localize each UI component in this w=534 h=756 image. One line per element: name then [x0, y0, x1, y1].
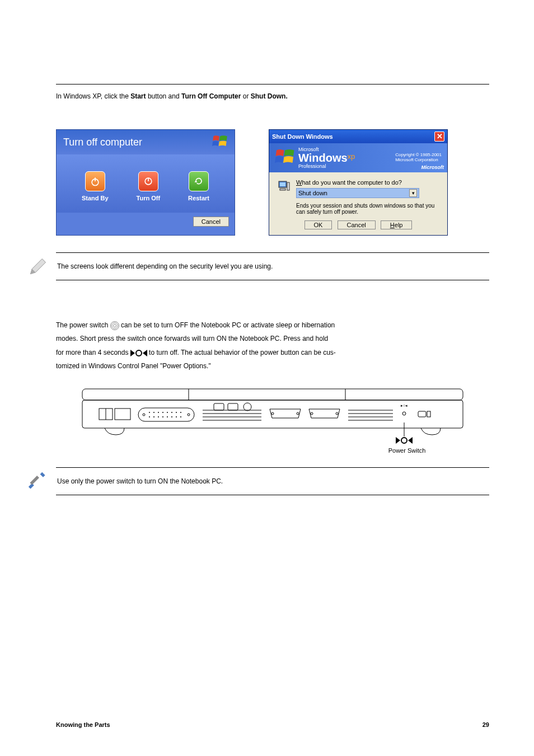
power-switch-label: Power Switch [325, 447, 489, 454]
restart-label: Restart [188, 195, 209, 201]
svg-marker-10 [130, 350, 135, 356]
svg-point-25 [158, 412, 159, 413]
chevron-down-icon[interactable]: ▾ [409, 189, 417, 197]
svg-point-30 [180, 412, 181, 413]
dialog1-title: Turn off computer [63, 137, 142, 148]
standby-button[interactable]: Stand By [82, 171, 109, 201]
svg-point-47 [297, 412, 299, 415]
turnoff-button[interactable]: Turn Off [137, 171, 161, 201]
svg-rect-44 [228, 403, 238, 410]
svg-point-26 [162, 412, 163, 413]
shutdown-bold: Shut Down. [251, 92, 288, 100]
svg-point-21 [143, 414, 145, 416]
restart-button[interactable]: Restart [188, 171, 209, 201]
close-icon[interactable]: ✕ [434, 132, 444, 142]
svg-point-29 [176, 412, 177, 413]
svg-point-33 [158, 416, 159, 417]
power-symbol-icon [110, 321, 119, 330]
screwdriver-icon [28, 471, 48, 491]
start-bold: Start [130, 92, 146, 100]
turnoff-bold: Turn Off Computer [181, 92, 241, 100]
slider-symbol-icon [130, 350, 147, 356]
svg-rect-6 [287, 182, 289, 190]
svg-marker-61 [408, 437, 413, 444]
or-text: or [243, 92, 249, 100]
svg-point-35 [167, 416, 168, 417]
note-text: The screens look different depending on … [57, 262, 273, 270]
restart-icon [193, 176, 204, 187]
svg-point-31 [149, 416, 150, 417]
microsoft-logo: Microsoft [421, 165, 444, 170]
svg-rect-20 [138, 408, 194, 421]
s2-line2: modes. Short press the switch once forwa… [56, 333, 489, 344]
svg-point-38 [180, 416, 181, 417]
s2-line4: tomized in Windows Control Panel "Power … [56, 360, 489, 372]
svg-rect-43 [214, 403, 224, 410]
svg-rect-5 [280, 182, 285, 186]
turnoff-label: Turn Off [137, 195, 161, 201]
svg-point-11 [136, 350, 142, 356]
question-text: hat do you want the computer to do? [302, 179, 402, 186]
copyright-2: Microsoft Corporation [395, 158, 442, 163]
svg-point-9 [113, 324, 116, 327]
svg-rect-19 [115, 408, 130, 420]
svg-marker-59 [396, 437, 400, 444]
turn-off-computer-dialog: Turn off computer Stand By [56, 129, 235, 236]
svg-point-34 [162, 416, 163, 417]
s2-line3b: to turn off. The actual behavior of the … [149, 349, 336, 356]
laptop-rear-diagram: ▸○◂ [77, 383, 469, 445]
turnoff-icon [143, 176, 154, 187]
svg-point-28 [171, 412, 172, 413]
svg-point-27 [167, 412, 168, 413]
pen-icon [28, 256, 48, 276]
pro-label: Professional [298, 163, 355, 169]
svg-rect-56 [418, 411, 426, 417]
intro-text-1: In Windows XP, click the [56, 92, 129, 100]
shut-down-windows-dialog: Shut Down Windows ✕ Microsoft Windowsxp … [269, 129, 448, 236]
s2-line1a: The power switch [56, 321, 108, 329]
xp-label: xp [348, 152, 355, 161]
svg-point-23 [149, 412, 150, 413]
cancel-button-1[interactable]: Cancel [193, 217, 229, 227]
svg-text:▸○◂: ▸○◂ [401, 403, 407, 407]
action-select[interactable]: Shut down ▾ [296, 188, 419, 198]
svg-point-60 [401, 438, 407, 443]
svg-point-36 [171, 416, 172, 417]
svg-point-45 [243, 403, 251, 411]
standby-icon [90, 176, 101, 187]
svg-point-22 [188, 414, 190, 416]
svg-point-49 [336, 412, 338, 415]
windows-label: Windows [298, 152, 348, 164]
dialog2-title: Shut Down Windows [272, 133, 333, 140]
tip-text: Use only the power switch to turn ON the… [57, 477, 223, 485]
windows-logo-icon [212, 134, 228, 150]
windows-flag-icon [275, 148, 295, 168]
s2-line3a: for more than 4 seconds [56, 349, 128, 356]
svg-marker-12 [143, 350, 147, 356]
action-description: Ends your session and shuts down windows… [296, 203, 439, 215]
svg-rect-13 [82, 389, 463, 400]
svg-point-8 [111, 323, 118, 329]
q-underline: W [296, 179, 302, 186]
svg-point-46 [271, 412, 274, 415]
svg-rect-7 [280, 189, 285, 190]
svg-point-48 [311, 412, 313, 415]
footer-left: Knowing the Parts [56, 721, 110, 728]
computer-icon [277, 179, 291, 192]
svg-point-32 [153, 416, 154, 417]
standby-label: Stand By [82, 195, 109, 201]
svg-rect-57 [427, 411, 430, 417]
ok-button[interactable]: OK [305, 220, 332, 229]
s2-line1b: can be set to turn OFF the Notebook PC o… [121, 321, 335, 329]
svg-point-37 [176, 416, 177, 417]
help-button[interactable]: Help [381, 220, 413, 229]
svg-point-24 [153, 412, 154, 413]
selected-value: Shut down [298, 190, 327, 196]
svg-point-54 [402, 412, 406, 415]
cancel-button-2[interactable]: Cancel [338, 220, 376, 229]
footer-page: 29 [483, 721, 489, 728]
intro-text-2: button and [148, 92, 180, 100]
svg-rect-62 [30, 475, 39, 485]
